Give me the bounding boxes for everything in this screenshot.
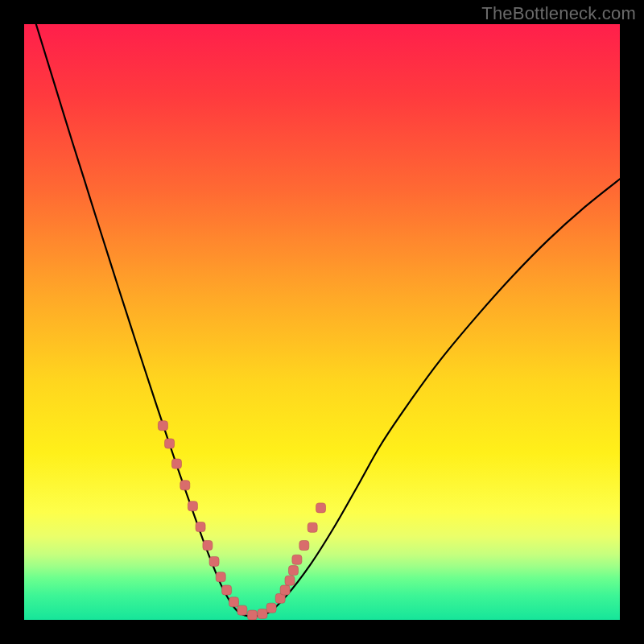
marker-point — [165, 439, 175, 448]
bottleneck-curve — [36, 24, 620, 617]
marker-point — [203, 541, 213, 551]
marker-point — [158, 421, 167, 431]
marker-point — [180, 481, 190, 490]
marker-point — [285, 576, 295, 585]
marker-point — [209, 556, 219, 566]
marker-point — [258, 609, 267, 619]
marker-point — [316, 503, 326, 513]
marker-point — [280, 585, 290, 595]
marker-point — [308, 522, 317, 532]
marker-point — [229, 597, 238, 607]
marker-point — [188, 502, 197, 511]
marker-point — [266, 603, 276, 613]
marker-point — [196, 522, 205, 532]
marker-point — [292, 555, 302, 564]
marker-point — [237, 605, 247, 615]
watermark-text: TheBottleneck.com — [481, 3, 636, 24]
plot-area — [24, 24, 620, 620]
marker-point — [299, 541, 309, 551]
chart-svg — [24, 24, 620, 620]
marker-point — [222, 585, 232, 595]
marker-point — [247, 610, 257, 620]
marker-point — [216, 572, 225, 582]
marker-point — [171, 459, 181, 469]
marker-point — [288, 566, 298, 576]
chart-frame: TheBottleneck.com — [0, 0, 644, 644]
curve-markers — [158, 421, 325, 620]
